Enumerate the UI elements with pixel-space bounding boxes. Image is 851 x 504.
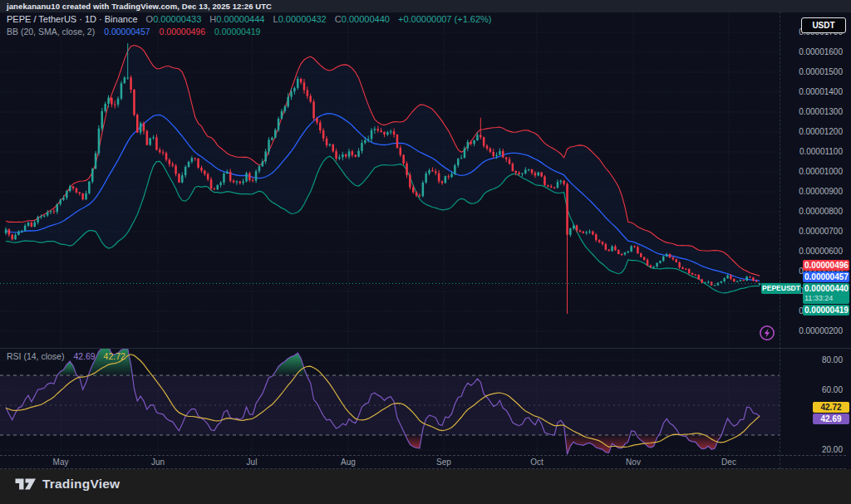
tradingview-logo-text: TradingView	[42, 477, 120, 492]
month-label: Dec	[711, 458, 747, 467]
time-axis-border	[0, 455, 846, 456]
bb-upper-price-label: 0.00000496	[803, 260, 849, 271]
currency-toggle-button[interactable]: USDT	[801, 17, 846, 33]
price-tick-label: 0.00000200	[780, 326, 843, 336]
price-tick-label: 0.00000600	[780, 247, 843, 257]
month-label: Sep	[426, 458, 462, 467]
symbol-title[interactable]: PEPE / TetherUS · 1D · Binance	[7, 14, 138, 24]
bb-upper-value: 0.00000496	[160, 27, 205, 37]
bb-lower-price-label: 0.00000419	[803, 305, 849, 316]
close-value: 0.00000440	[342, 14, 390, 24]
low-value: 0.00000432	[278, 14, 327, 24]
price-tick-label: 0.00001400	[780, 87, 843, 97]
symbol-legend[interactable]: PEPE / TetherUS · 1D · Binance O0.000004…	[7, 14, 492, 24]
last-price-label: 0.00000440 11:33:24	[803, 283, 849, 304]
footer-bar: TradingView	[0, 469, 851, 504]
bb-basis-price-label: 0.00000457	[803, 272, 849, 282]
month-label: Jul	[234, 458, 270, 467]
rsi-tick-label: 60.00	[780, 385, 843, 395]
price-tick-label: 0.00000800	[780, 207, 843, 217]
rsi-chart-canvas[interactable]	[0, 349, 780, 455]
chart-frame-bottom	[0, 468, 846, 469]
tradingview-logo[interactable]: TradingView	[15, 477, 120, 492]
price-tick-label: 0.00001300	[780, 107, 843, 117]
tradingview-chart-window: janekananu10 created with TradingView.co…	[0, 0, 851, 504]
month-label: Aug	[330, 458, 366, 467]
price-scale-separator[interactable]	[780, 12, 780, 469]
boost-lightning-icon[interactable]	[758, 324, 776, 342]
last-price-text: 0.00000440	[803, 283, 849, 294]
price-chart-canvas[interactable]	[0, 12, 780, 349]
month-label: May	[42, 458, 79, 467]
bb-basis-price-text: 0.00000457	[803, 272, 849, 281]
bb-lower-value: 0.00000419	[214, 27, 260, 37]
bb-lower-price-text: 0.00000419	[803, 306, 849, 315]
rsi-tick-label: 20.00	[780, 445, 843, 455]
high-value: 0.00000444	[216, 14, 264, 24]
change-value: +0.00000007 (+1.62%)	[398, 14, 492, 24]
attribution-bar: janekananu10 created with TradingView.co…	[0, 0, 851, 12]
price-tick-label: 0.00001200	[780, 127, 843, 137]
rsi-ma-value: 42.72	[104, 351, 125, 361]
rsi-label: RSI (14, close)	[7, 351, 64, 361]
price-tick-label: 0.00001600	[780, 47, 843, 57]
price-tick-label: 0.00001000	[780, 167, 843, 177]
pane-separator[interactable]	[0, 348, 851, 349]
price-tick-label: 0.00000900	[780, 187, 843, 197]
attribution-text: janekananu10 created with TradingView.co…	[7, 0, 272, 12]
price-tick-label: 0.00001100	[780, 147, 843, 157]
rsi-tick-label: 80.00	[780, 355, 843, 365]
open-value: 0.00000433	[153, 14, 201, 24]
month-label: Nov	[615, 458, 652, 467]
rsi-indicator-legend[interactable]: RSI (14, close) 42.69 42.72	[7, 351, 125, 361]
bb-indicator-legend[interactable]: BB (20, SMA, close, 2) 0.00000457 0.0000…	[7, 27, 260, 37]
tradingview-logo-icon	[15, 477, 37, 491]
open-label: O	[146, 14, 154, 24]
bar-countdown: 11:33:24	[803, 294, 849, 303]
bb-label: BB (20, SMA, close, 2)	[7, 27, 95, 37]
price-tick-label: 0.00000700	[780, 227, 843, 237]
rsi-ma-axis-label: 42.72	[813, 402, 849, 413]
rsi-axis-label: 42.69	[813, 413, 849, 424]
symbol-tag-label: PEPEUSDT	[761, 283, 801, 294]
bb-basis-value: 0.00000457	[104, 27, 150, 37]
bb-upper-price-text: 0.00000496	[803, 261, 849, 270]
month-label: Jun	[140, 458, 176, 467]
close-label: C	[335, 14, 342, 24]
rsi-value: 42.69	[73, 351, 95, 361]
price-tick-label: 0.00001500	[780, 67, 843, 77]
month-label: Oct	[519, 458, 555, 467]
